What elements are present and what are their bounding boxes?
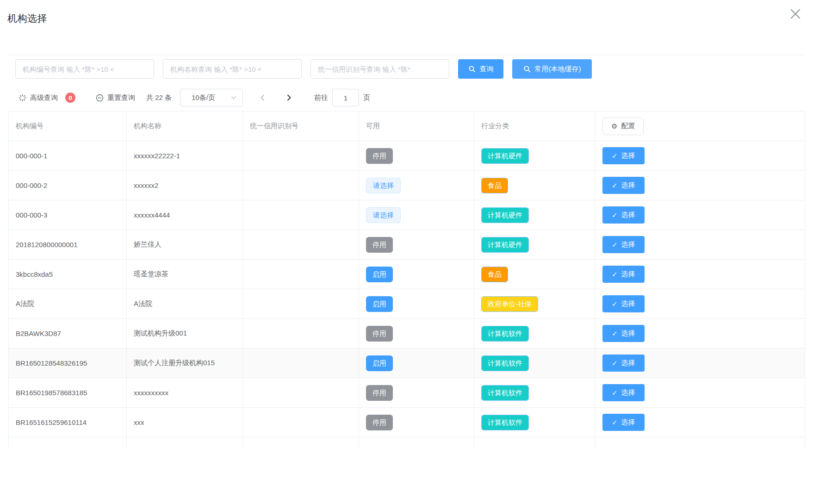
check-icon: ✓ [612, 300, 618, 308]
org-name-cell: xxx [127, 408, 243, 437]
org-name-cell: 测试机构升级001 [127, 319, 243, 348]
check-icon: ✓ [612, 270, 618, 279]
industry-tag: 食品 [481, 178, 508, 193]
industry-tag: 计算机软件 [481, 415, 529, 430]
goto-page-input[interactable] [332, 89, 359, 106]
org-name-cell: xxxxxx22222-1 [127, 141, 243, 171]
org-id-cell: 2018120800000001 [9, 230, 127, 260]
org-name-cell: 娇兰佳人 [127, 230, 243, 260]
org-name-cell: 测试个人注册升级机构015 [127, 348, 243, 378]
industry-tag: 食品 [481, 267, 508, 282]
org-name-cell: 瑶圣堂凉茶 [127, 260, 243, 289]
select-button[interactable]: ✓选择 [602, 206, 645, 224]
industry-tag: 计算机软件 [481, 355, 529, 371]
status-badge[interactable]: 请选择 [366, 207, 401, 223]
page-size-select[interactable]: 10条/页 [180, 89, 243, 106]
industry-tag: 政府单位-社保 [481, 296, 538, 312]
industry-tag: 计算机硬件 [481, 207, 529, 223]
status-badge[interactable]: 停用 [366, 148, 393, 164]
credit-id-search-input[interactable] [310, 59, 449, 79]
org-name-cell: xxxxxx2 [127, 171, 243, 200]
chevron-right-icon [285, 94, 292, 101]
search-icon [523, 65, 531, 73]
total-count: 共 22 条 [146, 93, 172, 102]
select-button[interactable]: ✓选择 [602, 177, 645, 194]
credit-id-cell [243, 348, 359, 378]
credit-id-cell [243, 319, 359, 348]
table-row: 000-000-1 xxxxxx22222-1 停用 计算机硬件 ✓选择 [9, 141, 805, 171]
prev-page-button[interactable] [253, 89, 273, 106]
select-button[interactable]: ✓选择 [602, 236, 645, 253]
status-badge[interactable]: 启用 [366, 267, 393, 282]
org-id-cell: 000-000-3 [9, 200, 127, 230]
chevron-left-icon [259, 94, 267, 101]
col-header-credit-id: 统一信用识别号 [243, 112, 359, 141]
col-header-org-id: 机构编号 [9, 112, 127, 141]
select-button[interactable]: ✓选择 [602, 266, 645, 283]
credit-id-cell [243, 230, 359, 260]
search-icon [468, 65, 476, 73]
next-page-button[interactable] [279, 89, 298, 106]
table-row: BR1650128548326195 测试个人注册升级机构015 启用 计算机软… [9, 348, 805, 378]
credit-id-cell [243, 408, 359, 437]
table-row: 000-000-3 xxxxxx4444 请选择 计算机硬件 ✓选择 [9, 200, 805, 230]
common-cache-button[interactable]: 常用(本地缓存) [512, 59, 592, 79]
status-badge[interactable]: 启用 [366, 296, 393, 312]
status-badge[interactable]: 请选择 [366, 178, 401, 193]
col-header-org-name: 机构名称 [127, 112, 243, 141]
advanced-query-badge: 0 [65, 93, 75, 103]
goto-page-group: 前往 页 [314, 89, 370, 106]
status-badge[interactable]: 启用 [366, 355, 393, 371]
close-button[interactable] [787, 6, 804, 22]
table-header-row: 机构编号 机构名称 统一信用识别号 可用 行业分类 ⚙ 配置 [9, 112, 805, 141]
credit-id-cell [243, 200, 359, 230]
advanced-query-icon [19, 94, 26, 102]
org-id-cell: 000-000-2 [9, 171, 127, 200]
page-title: 机构选择 [7, 12, 47, 25]
select-button[interactable]: ✓选择 [602, 355, 645, 372]
table-row: 2018120800000001 娇兰佳人 停用 计算机硬件 ✓选择 [9, 230, 805, 260]
select-button[interactable]: ✓选择 [602, 147, 645, 164]
org-table: 机构编号 机构名称 统一信用识别号 可用 行业分类 ⚙ 配置 000-000-1… [8, 111, 805, 449]
status-badge[interactable]: 停用 [366, 237, 393, 253]
config-button[interactable]: ⚙ 配置 [602, 118, 644, 135]
table-row: 3kbcc8xda5 瑶圣堂凉茶 启用 食品 ✓选择 [9, 260, 805, 289]
table-row: B2BAWK3D87 测试机构升级001 停用 计算机软件 ✓选择 [9, 319, 805, 348]
status-badge[interactable]: 停用 [366, 385, 393, 401]
industry-tag: 计算机软件 [481, 385, 529, 401]
org-id-cell: A法院 [9, 289, 127, 319]
toolbar: 高级查询 0 重置查询 共 22 条 10条/页 前往 页 [8, 87, 805, 108]
select-button[interactable]: ✓选择 [602, 384, 645, 401]
select-button[interactable]: ✓选择 [602, 325, 645, 342]
check-icon: ✓ [612, 211, 618, 219]
check-icon: ✓ [612, 359, 618, 367]
credit-id-cell [243, 171, 359, 200]
credit-id-cell [243, 260, 359, 289]
query-button[interactable]: 查询 [458, 59, 503, 79]
table-row: BR1650198578683185 xxxxxxxxxx 停用 计算机软件 ✓… [9, 378, 805, 408]
org-name-search-input[interactable] [163, 59, 302, 79]
org-id-cell: B2BAWK3D87 [9, 319, 127, 348]
advanced-query-link[interactable]: 高级查询 0 [19, 93, 75, 103]
org-id-cell: 000-000-1 [9, 141, 127, 171]
industry-tag: 计算机硬件 [481, 237, 529, 253]
close-icon [788, 7, 802, 21]
org-name-cell: xxxxxx4444 [127, 200, 243, 230]
select-button[interactable]: ✓选择 [602, 295, 645, 312]
table-row: BR1651615259610114 xxx 停用 计算机软件 ✓选择 [9, 408, 805, 437]
org-id-cell: BR1650198578683185 [9, 378, 127, 408]
check-icon: ✓ [612, 152, 618, 160]
table-row: 000-000-2 xxxxxx2 请选择 食品 ✓选择 [9, 171, 805, 200]
credit-id-cell [243, 289, 359, 319]
status-badge[interactable]: 停用 [366, 415, 393, 430]
status-badge[interactable]: 停用 [366, 326, 393, 342]
org-id-search-input[interactable] [15, 59, 154, 79]
chevron-down-icon [230, 94, 237, 101]
org-id-cell: BR1650128548326195 [9, 348, 127, 378]
select-button[interactable]: ✓选择 [602, 414, 645, 431]
org-name-cell: xxxxxxxxxx [127, 378, 243, 408]
col-header-industry: 行业分类 [474, 112, 596, 141]
circle-minus-icon [96, 94, 104, 102]
check-icon: ✓ [612, 241, 618, 249]
reset-query-link[interactable]: 重置查询 [96, 93, 135, 102]
